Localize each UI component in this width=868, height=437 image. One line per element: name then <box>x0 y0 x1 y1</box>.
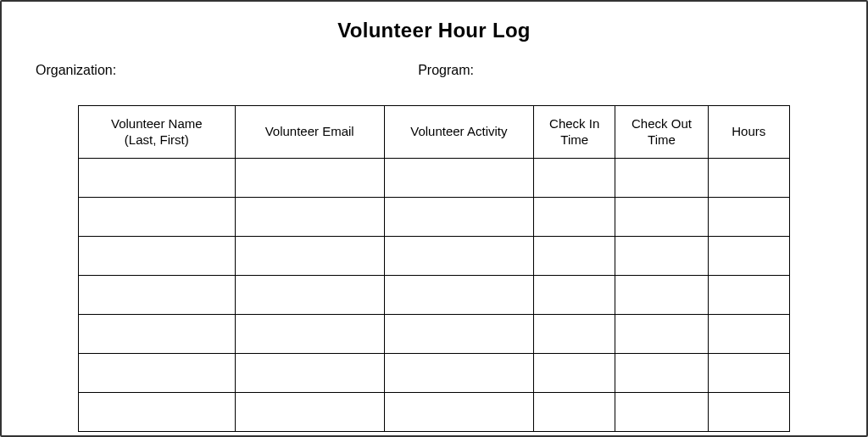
cell-checkin[interactable] <box>533 354 615 393</box>
cell-checkout[interactable] <box>615 237 708 276</box>
cell-hours[interactable] <box>708 276 790 315</box>
cell-email[interactable] <box>235 393 384 432</box>
cell-hours[interactable] <box>708 315 790 354</box>
cell-hours[interactable] <box>708 354 790 393</box>
cell-hours[interactable] <box>708 237 790 276</box>
cell-name[interactable] <box>79 276 236 315</box>
cell-activity[interactable] <box>384 198 533 237</box>
col-header-name-line2: (Last, First) <box>125 132 189 147</box>
cell-checkin[interactable] <box>533 315 615 354</box>
cell-email[interactable] <box>235 354 384 393</box>
cell-checkin[interactable] <box>533 159 615 198</box>
col-header-name: Volunteer Name (Last, First) <box>79 106 236 159</box>
cell-activity[interactable] <box>384 159 533 198</box>
page-title: Volunteer Hour Log <box>36 19 832 42</box>
cell-name[interactable] <box>79 315 236 354</box>
cell-email[interactable] <box>235 276 384 315</box>
col-header-name-line1: Volunteer Name <box>111 116 203 131</box>
cell-name[interactable] <box>79 198 236 237</box>
cell-checkout[interactable] <box>615 315 708 354</box>
cell-checkout[interactable] <box>615 354 708 393</box>
cell-hours[interactable] <box>708 159 790 198</box>
cell-name[interactable] <box>79 393 236 432</box>
cell-name[interactable] <box>79 354 236 393</box>
cell-name[interactable] <box>79 237 236 276</box>
col-header-checkout: Check Out Time <box>615 106 708 159</box>
table-row <box>79 354 790 393</box>
document-page: Volunteer Hour Log Organization: Program… <box>0 0 868 437</box>
table-row <box>79 159 790 198</box>
cell-checkout[interactable] <box>615 276 708 315</box>
cell-email[interactable] <box>235 159 384 198</box>
volunteer-log-table: Volunteer Name (Last, First) Volunteer E… <box>78 105 790 432</box>
cell-email[interactable] <box>235 198 384 237</box>
table-row <box>79 315 790 354</box>
cell-activity[interactable] <box>384 315 533 354</box>
cell-activity[interactable] <box>384 354 533 393</box>
cell-checkin[interactable] <box>533 237 615 276</box>
table-row <box>79 198 790 237</box>
meta-row: Organization: Program: <box>36 63 832 78</box>
cell-checkin[interactable] <box>533 276 615 315</box>
table-header-row: Volunteer Name (Last, First) Volunteer E… <box>79 106 790 159</box>
col-header-checkin: Check In Time <box>533 106 615 159</box>
cell-checkout[interactable] <box>615 198 708 237</box>
col-header-email: Volunteer Email <box>235 106 384 159</box>
cell-email[interactable] <box>235 237 384 276</box>
col-header-checkout-line2: Time <box>648 132 676 147</box>
table-row <box>79 393 790 432</box>
col-header-checkin-line1: Check In <box>549 116 599 131</box>
col-header-checkin-line2: Time <box>560 132 588 147</box>
cell-activity[interactable] <box>384 276 533 315</box>
table-body <box>79 159 790 432</box>
cell-email[interactable] <box>235 315 384 354</box>
organization-label: Organization: <box>36 63 418 78</box>
table-row <box>79 237 790 276</box>
program-label: Program: <box>418 63 832 78</box>
cell-activity[interactable] <box>384 237 533 276</box>
col-header-checkout-line1: Check Out <box>632 116 692 131</box>
table-wrapper: Volunteer Name (Last, First) Volunteer E… <box>36 105 832 432</box>
col-header-hours: Hours <box>708 106 790 159</box>
cell-hours[interactable] <box>708 198 790 237</box>
table-row <box>79 276 790 315</box>
cell-checkout[interactable] <box>615 159 708 198</box>
cell-activity[interactable] <box>384 393 533 432</box>
cell-hours[interactable] <box>708 393 790 432</box>
cell-checkin[interactable] <box>533 198 615 237</box>
cell-checkin[interactable] <box>533 393 615 432</box>
col-header-activity: Volunteer Activity <box>384 106 533 159</box>
cell-checkout[interactable] <box>615 393 708 432</box>
cell-name[interactable] <box>79 159 236 198</box>
